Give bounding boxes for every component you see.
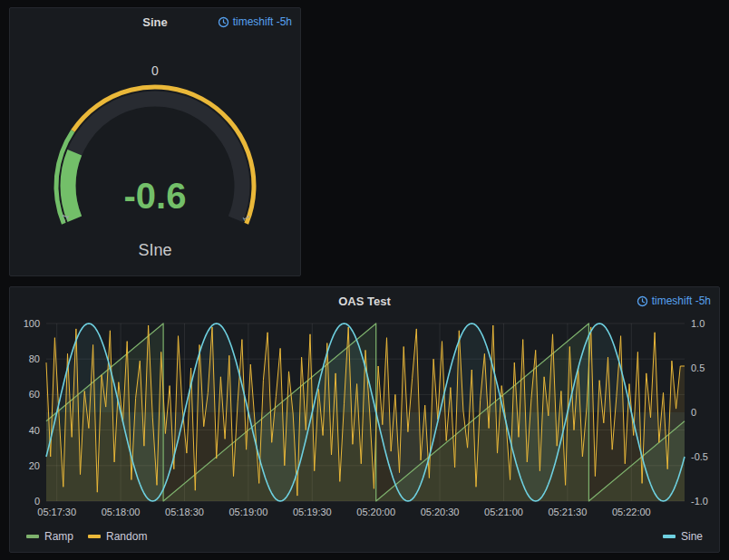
graph-timeshift-badge: timeshift -5h — [637, 294, 711, 307]
y-axis-left-label: 40 — [29, 425, 40, 436]
x-axis-label: 05:19:00 — [228, 507, 267, 517]
gauge-timeshift-label: timeshift -5h — [233, 15, 292, 28]
y-axis-left-label: 100 — [24, 318, 40, 329]
graph-timeshift-label: timeshift -5h — [652, 294, 711, 307]
x-axis-label: 05:18:00 — [102, 507, 141, 517]
y-axis-left-label: 20 — [29, 460, 40, 471]
graph-panel-header: OAS Test timeshift -5h — [10, 287, 719, 313]
x-axis-label: 05:19:30 — [293, 507, 332, 517]
y-axis-left-label: 0 — [34, 496, 40, 507]
gauge-timeshift-badge: timeshift -5h — [218, 15, 292, 28]
gauge-value-text: -0.6 — [10, 176, 300, 216]
y-axis-right-label: 0.5 — [691, 362, 705, 373]
gauge-top-tick-label: 0 — [10, 63, 300, 78]
x-axis-label: 05:18:30 — [165, 507, 204, 517]
legend-label-random: Random — [106, 530, 147, 543]
x-axis-label: 05:20:00 — [356, 507, 395, 517]
graph-legend: Ramp Random Sine — [10, 528, 719, 545]
legend-swatch-random — [88, 535, 101, 538]
y-axis-right-label: 0 — [691, 407, 696, 418]
gauge-panel-header: Sine timeshift -5h — [10, 8, 300, 34]
x-axis-label: 05:20:30 — [421, 507, 460, 517]
gauge-field-label: SIne — [10, 241, 300, 260]
y-axis-left-label: 60 — [29, 389, 40, 400]
legend-swatch-ramp — [26, 535, 39, 538]
clock-icon — [637, 295, 648, 307]
clock-icon — [218, 16, 229, 28]
y-axis-left-label: 80 — [29, 353, 40, 364]
x-axis-label: 05:21:00 — [484, 507, 523, 517]
legend-item-random[interactable]: Random — [88, 530, 147, 543]
x-axis-label: 05:22:00 — [612, 507, 651, 517]
panel-sine-gauge: Sine timeshift -5h 0 -0.6 -1 1 SIne — [9, 7, 301, 276]
legend-item-ramp[interactable]: Ramp — [26, 530, 73, 543]
x-axis-label: 05:17:30 — [37, 507, 76, 517]
graph-panel-title[interactable]: OAS Test — [10, 294, 719, 308]
time-series-chart: 1008060402001.00.50-0.5-1.005:17:3005:18… — [10, 314, 719, 525]
x-axis-label: 05:21:30 — [548, 507, 587, 517]
legend-label-sine: Sine — [681, 530, 703, 543]
panel-oas-test: OAS Test timeshift -5h 1008060402001.00.… — [9, 286, 720, 553]
y-axis-right-label: -1.0 — [691, 496, 708, 507]
plot-area[interactable] — [46, 323, 685, 501]
legend-right-group: Sine — [663, 530, 703, 543]
legend-label-ramp: Ramp — [44, 530, 73, 543]
y-axis-right-label: -0.5 — [691, 451, 708, 462]
legend-swatch-sine — [663, 535, 676, 538]
legend-left-group: Ramp Random — [26, 530, 147, 543]
y-axis-right-label: 1.0 — [691, 318, 705, 329]
legend-item-sine[interactable]: Sine — [663, 530, 703, 543]
